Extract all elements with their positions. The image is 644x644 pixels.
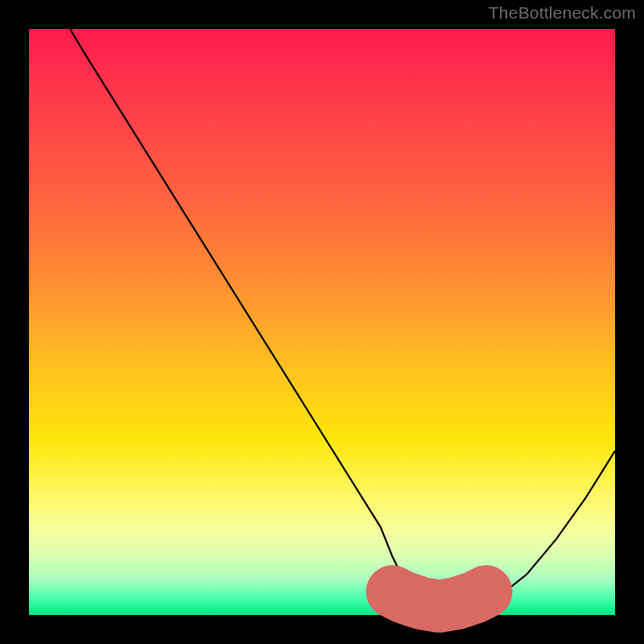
plot-area xyxy=(29,29,615,615)
curve-overlay xyxy=(29,29,615,615)
bottleneck-curve xyxy=(70,29,615,609)
optimal-highlight xyxy=(392,592,485,606)
chart-frame: TheBottleneck.com xyxy=(0,0,644,644)
attribution-text: TheBottleneck.com xyxy=(489,3,636,23)
